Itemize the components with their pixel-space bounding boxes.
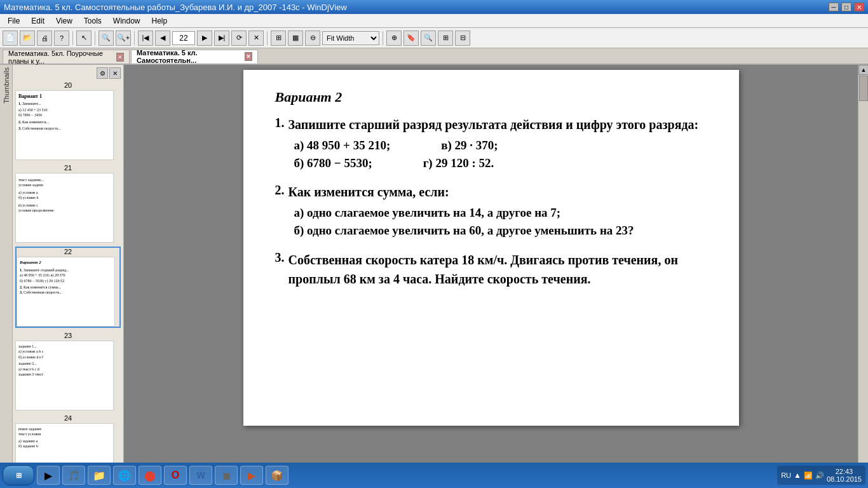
first-page-button[interactable]: |◀: [138, 30, 153, 46]
thumb-page-num-21: 21: [15, 164, 121, 172]
minimize-button[interactable]: ─: [829, 3, 839, 11]
search-button[interactable]: 🔍: [421, 30, 436, 46]
separator-4: [267, 31, 268, 45]
maximize-button[interactable]: □: [841, 3, 851, 11]
bookmark-button[interactable]: 🔖: [403, 30, 419, 46]
sidebar-close-btn[interactable]: ✕: [109, 67, 121, 79]
problem-2-subitems: а) одно слагаемое увеличить на 14, а дру…: [294, 206, 707, 238]
layout1-button[interactable]: ⊞: [271, 30, 286, 46]
problem-2-title: 2. Как изменится сумма, если:: [275, 183, 707, 201]
problem-2-subitem-b: б) одно слагаемое увеличить на 60, а дру…: [294, 224, 634, 237]
zoom-in-button[interactable]: 🔍: [98, 30, 114, 46]
scroll-up-btn[interactable]: ▲: [858, 65, 868, 75]
problem-2-text: Как изменится сумма, если:: [288, 183, 449, 201]
taskbar-app-archive[interactable]: 📦: [266, 466, 288, 485]
page-document: Вариант 2 1. Запишите старший разряд рез…: [243, 70, 739, 426]
taskbar: ⊞ ▶ 🎵 📁 🌐 ⬤ O W ◼ ▶ 📦 RU ▲ 📶 🔊 22:43 08.…: [0, 463, 868, 488]
thumb-page-num-23: 23: [15, 332, 121, 339]
chrome-icon: ⬤: [142, 468, 158, 483]
tab-2[interactable]: Математика. 5 кл. Самостоятельн... ✕: [131, 50, 258, 64]
tab-1[interactable]: Математика. 5кл. Поурочные планы к у... …: [3, 50, 130, 64]
menu-window[interactable]: Window: [108, 15, 146, 27]
close-button[interactable]: ✕: [854, 3, 864, 11]
thumb-canvas-23: задание 1... а) условие a b c б) условие…: [15, 341, 114, 410]
taskbar-app-word[interactable]: W: [189, 466, 212, 485]
separator-2: [95, 31, 95, 45]
clock: 22:43 08.10.2015: [827, 468, 862, 483]
thumbnails-label[interactable]: Thumbnails: [3, 67, 10, 104]
problem-1: 1. Запишите старший разряд результата де…: [275, 116, 707, 170]
stop-button[interactable]: ✕: [248, 30, 264, 46]
cursor-button[interactable]: ↖: [76, 30, 92, 46]
prev-page-button[interactable]: ◀: [155, 30, 170, 46]
zoom-out-button[interactable]: ⊖: [305, 30, 320, 46]
taskbar-app-opera[interactable]: O: [164, 466, 187, 485]
sidebar-settings-btn[interactable]: ⚙: [97, 67, 108, 79]
next-page-button[interactable]: ▶: [197, 30, 212, 46]
grid-button[interactable]: ⊞: [438, 30, 453, 46]
menubar: File Edit View Tools Window Help: [0, 14, 868, 28]
taskbar-app-ppt[interactable]: ▶: [240, 466, 263, 485]
taskbar-app-audio[interactable]: 🎵: [62, 466, 85, 485]
titlebar: Математика. 5 кл. Самостоятельные работы…: [0, 0, 868, 14]
taskbar-app-files[interactable]: 📁: [88, 466, 111, 485]
menu-view[interactable]: View: [51, 15, 78, 27]
problem-1-text: Запишите старший разряд результата дейст…: [288, 116, 699, 133]
thumbnails-panel[interactable]: Thumbnails: [0, 65, 13, 473]
problem-1-num: 1.: [275, 116, 285, 133]
page-number-input[interactable]: 22: [172, 31, 195, 45]
problem-2: 2. Как изменится сумма, если: а) одно сл…: [275, 183, 707, 238]
sketch-icon: ◼: [219, 468, 234, 483]
layout2-button[interactable]: ▦: [288, 30, 303, 46]
problem-3-num: 3.: [275, 250, 285, 288]
zoom-plus-button[interactable]: ⊕: [386, 30, 402, 46]
network-icon: ▲: [794, 471, 801, 480]
scroll-thumb[interactable]: [859, 76, 868, 101]
thumbnail-page-21[interactable]: 21 текст задания... условие задачи а) ус…: [15, 164, 121, 243]
menu-edit[interactable]: Edit: [26, 15, 50, 27]
subitem-v: в) 29 · 370;: [441, 139, 498, 152]
tab-2-close[interactable]: ✕: [245, 52, 252, 61]
menu-file[interactable]: File: [3, 15, 25, 27]
wifi-icon: 📶: [804, 471, 813, 480]
menu-tools[interactable]: Tools: [79, 15, 107, 27]
thumbnail-page-23[interactable]: 23 задание 1... а) условие a b c б) усло…: [15, 332, 121, 410]
menu-help[interactable]: Help: [147, 15, 173, 27]
page-variant: Вариант 2: [275, 89, 707, 105]
taskbar-app-media[interactable]: ▶: [37, 466, 60, 485]
zoom-in2-button[interactable]: 🔍+: [116, 30, 131, 46]
taskbar-app-browser[interactable]: 🌐: [113, 466, 136, 485]
start-icon: ⊞: [16, 471, 22, 480]
print-button[interactable]: 🖨: [37, 30, 52, 46]
taskbar-app-sketch[interactable]: ◼: [215, 466, 238, 485]
separator-3: [134, 31, 135, 45]
open-button[interactable]: 📂: [20, 30, 35, 46]
last-page-button[interactable]: ▶|: [214, 30, 229, 46]
word-icon: W: [193, 468, 208, 483]
lang-indicator: RU: [781, 471, 791, 479]
scan-button[interactable]: ⊟: [455, 30, 470, 46]
archive-icon: 📦: [269, 468, 285, 483]
fit-mode-select[interactable]: Fit Width: [322, 31, 379, 45]
ppt-icon: ▶: [244, 468, 259, 483]
thumb-canvas-20: Вариант 1 1. Запишите... а) 12 450 + 23 …: [15, 90, 114, 160]
subitem-g: г) 29 120 : 52.: [423, 156, 494, 170]
sidebar: ⚙ ✕ 20 Вариант 1 1. Запишите... а) 12 45…: [13, 65, 124, 473]
new-button[interactable]: 📄: [3, 30, 18, 46]
media-icon: ▶: [41, 468, 56, 483]
problem-2-subitem-a: а) одно слагаемое увеличить на 14, а дру…: [294, 206, 561, 219]
taskbar-app-chrome[interactable]: ⬤: [139, 466, 161, 485]
start-button[interactable]: ⊞: [3, 465, 34, 485]
help-button[interactable]: ?: [54, 30, 69, 46]
thumbnail-page-20[interactable]: 20 Вариант 1 1. Запишите... а) 12 450 + …: [15, 81, 121, 160]
browser-icon: 🌐: [117, 468, 132, 483]
clock-date: 08.10.2015: [827, 475, 862, 483]
problem-2-num: 2.: [275, 183, 285, 201]
audio-icon: 🎵: [66, 468, 81, 483]
titlebar-title: Математика. 5 кл. Самостоятельные работы…: [4, 3, 347, 12]
scroll-track[interactable]: [858, 75, 868, 463]
refresh-button[interactable]: ⟳: [231, 30, 247, 46]
problem-3-text: Собственная скорость катера 18 км/ч. Дви…: [288, 250, 682, 288]
tab-1-close[interactable]: ✕: [116, 53, 124, 62]
thumbnail-page-22[interactable]: 22 Вариант 2 1. Запишите старший разряд.…: [15, 247, 121, 328]
